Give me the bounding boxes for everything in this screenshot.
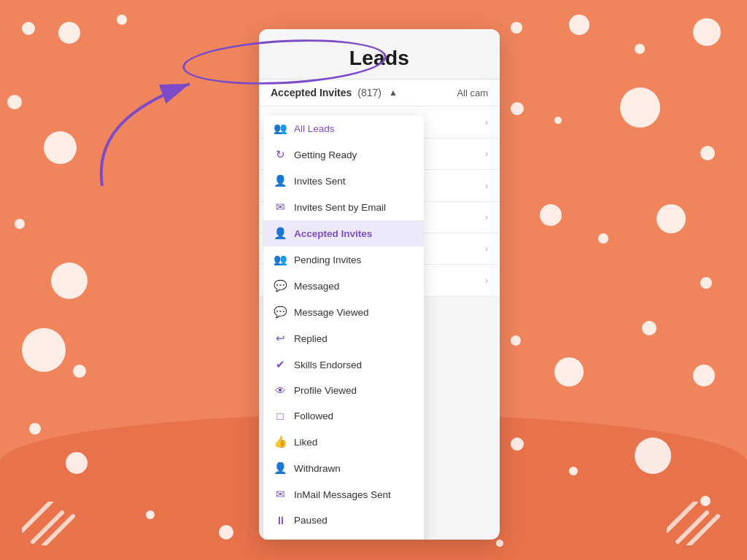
menu-item-invites-sent[interactable]: 👤Invites Sent [263, 168, 424, 194]
invites-sent-email-icon: ✉ [274, 201, 287, 214]
message-viewed-icon: 💬 [274, 306, 287, 319]
decorative-dot-24 [642, 321, 657, 335]
decorative-dot-11 [554, 117, 562, 124]
menu-item-message-viewed[interactable]: 💬Message Viewed [263, 299, 424, 325]
decorative-dot-21 [73, 365, 86, 378]
menu-item-whitelisted[interactable]: ≡Whitelisted [263, 533, 424, 540]
decorative-dot-7 [693, 18, 721, 46]
chevron-up-icon: ▲ [389, 88, 398, 98]
chevron-right-icon-1: › [485, 117, 488, 128]
replied-label: Replied [294, 333, 414, 344]
all-leads-icon: 👥 [274, 122, 287, 135]
messaged-icon: 💬 [274, 279, 287, 292]
menu-item-pending-invites[interactable]: 👥Pending Invites [263, 246, 424, 273]
decorative-dot-5 [569, 15, 589, 35]
decorative-dot-30 [635, 438, 671, 474]
filter-bar[interactable]: Accepted Invites (817) ▲ All cam [259, 79, 500, 106]
decorative-dot-10 [511, 102, 524, 115]
messaged-label: Messaged [294, 281, 414, 292]
getting-ready-icon: ↻ [274, 148, 287, 161]
main-panel: Leads Accepted Invites (817) ▲ All cam ש… [259, 29, 500, 540]
decorative-dot-12 [620, 88, 660, 128]
decorative-dot-4 [511, 22, 522, 34]
menu-item-paused[interactable]: ⏸Paused [263, 508, 424, 533]
decorative-dot-27 [66, 452, 88, 474]
menu-item-messaged[interactable]: 💬Messaged [263, 273, 424, 299]
paused-label: Paused [294, 515, 414, 526]
followed-icon: □ [274, 410, 287, 422]
decorative-dot-18 [657, 204, 686, 233]
svg-line-6 [689, 516, 718, 545]
decorative-dot-8 [7, 95, 22, 109]
skills-endorsed-icon: ✔ [274, 358, 287, 371]
menu-item-profile-viewed[interactable]: 👁Profile Viewed [263, 378, 424, 403]
filter-count: (817) [357, 87, 382, 98]
decorative-dot-2 [117, 15, 127, 25]
withdrawn-label: Withdrawn [294, 463, 414, 474]
liked-label: Liked [294, 437, 414, 448]
decorative-dot-20 [22, 328, 66, 372]
decorative-dot-19 [700, 277, 712, 289]
menu-item-withdrawn[interactable]: 👤Withdrawn [263, 455, 424, 481]
menu-item-followed[interactable]: □Followed [263, 403, 424, 429]
decorative-dot-25 [693, 365, 715, 386]
chevron-right-icon-4: › [485, 212, 488, 222]
dropdown-menu: 👥All Leads↻Getting Ready👤Invites Sent✉In… [263, 115, 424, 540]
inmail-sent-label: InMail Messages Sent [294, 489, 414, 500]
decorative-dot-23 [554, 357, 584, 386]
pending-invites-icon: 👥 [274, 253, 287, 266]
skills-endorsed-label: Skills Endorsed [294, 359, 414, 370]
chevron-right-icon-5: › [485, 244, 488, 254]
menu-item-inmail-sent[interactable]: ✉InMail Messages Sent [263, 481, 424, 508]
invites-sent-email-label: Invites Sent by Email [294, 202, 414, 213]
profile-viewed-icon: 👁 [274, 384, 287, 397]
filter-label: Accepted Invites [271, 87, 352, 98]
decorative-dot-29 [569, 467, 578, 475]
liked-icon: 👍 [274, 435, 287, 448]
svg-line-3 [44, 516, 73, 545]
paused-icon: ⏸ [274, 514, 287, 526]
decorative-dot-35 [496, 540, 503, 547]
message-viewed-label: Message Viewed [294, 307, 414, 318]
chevron-right-icon-2: › [485, 149, 488, 159]
decorative-dot-6 [635, 44, 645, 54]
decorative-dot-28 [511, 438, 524, 451]
chevron-right-icon-6: › [485, 276, 488, 286]
pending-invites-label: Pending Invites [294, 254, 414, 265]
profile-viewed-label: Profile Viewed [294, 385, 414, 396]
decorative-dot-16 [540, 204, 562, 226]
replied-icon: ↩ [274, 332, 287, 345]
invites-sent-label: Invites Sent [294, 176, 414, 187]
invites-sent-icon: 👤 [274, 174, 287, 187]
menu-item-accepted-invites[interactable]: 👤Accepted Invites [263, 220, 424, 246]
accepted-invites-label: Accepted Invites [294, 228, 414, 239]
menu-item-all-leads[interactable]: 👥All Leads [263, 115, 424, 141]
withdrawn-icon: 👤 [274, 462, 287, 475]
stripes-right [667, 502, 725, 545]
menu-item-skills-endorsed[interactable]: ✔Skills Endorsed [263, 351, 424, 378]
chevron-right-icon-3: › [485, 181, 488, 191]
decorative-dot-22 [511, 335, 521, 346]
menu-item-liked[interactable]: 👍Liked [263, 429, 424, 455]
followed-label: Followed [294, 411, 414, 421]
filter-cam-text: All cam [457, 88, 488, 98]
all-leads-label: All Leads [294, 123, 414, 134]
decorative-dot-26 [29, 423, 41, 435]
decorative-dot-17 [598, 233, 608, 244]
menu-item-invites-sent-email[interactable]: ✉Invites Sent by Email [263, 194, 424, 220]
decorative-dot-13 [700, 146, 715, 160]
stripes-left [22, 502, 80, 545]
decorative-dot-1 [58, 22, 80, 44]
decorative-dot-15 [51, 262, 88, 299]
arrow-annotation [73, 62, 219, 208]
decorative-dot-9 [44, 131, 77, 164]
decorative-dot-14 [15, 219, 25, 229]
decorative-dot-33 [219, 525, 233, 540]
accepted-invites-icon: 👤 [274, 227, 287, 240]
decorative-dot-0 [22, 22, 35, 35]
menu-item-getting-ready[interactable]: ↻Getting Ready [263, 141, 424, 168]
decorative-dot-32 [146, 510, 155, 519]
inmail-sent-icon: ✉ [274, 488, 287, 501]
menu-item-replied[interactable]: ↩Replied [263, 325, 424, 351]
getting-ready-label: Getting Ready [294, 149, 414, 160]
